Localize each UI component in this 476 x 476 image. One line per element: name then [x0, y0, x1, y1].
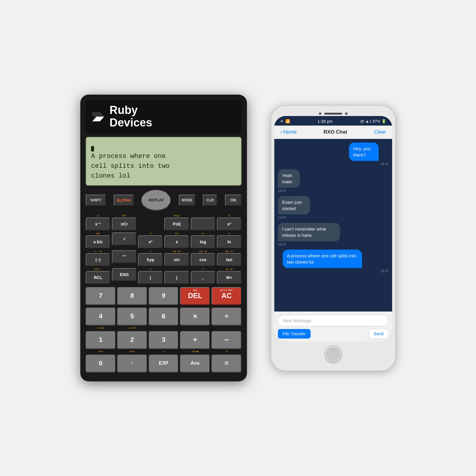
- btn-exp[interactable]: EXP: [149, 355, 179, 372]
- btn-plus[interactable]: +: [180, 331, 210, 349]
- status-right: @ ▲1 97% 🔋: [360, 119, 386, 123]
- btn-ac[interactable]: DT CL OFF AC: [212, 287, 242, 305]
- btn-xcubed[interactable]: x³: [217, 217, 242, 231]
- battery-pct: 97%: [372, 119, 380, 123]
- label-e: e: [228, 232, 230, 235]
- btn-7[interactable]: 7: [86, 287, 116, 305]
- btn-equals[interactable]: =: [212, 355, 242, 372]
- replay-button[interactable]: REPLAY: [141, 190, 171, 211]
- btn-empty2[interactable]: [191, 217, 215, 231]
- file-transfer-button[interactable]: File Transfer: [278, 329, 311, 339]
- btn-cos[interactable]: cos: [191, 253, 215, 266]
- label-ssum: S-SUM: [86, 327, 116, 329]
- btn-ans[interactable]: Ans: [180, 355, 210, 372]
- btn-0[interactable]: 0: [86, 355, 116, 372]
- btn-degrees[interactable]: °′″: [112, 250, 137, 263]
- scene: Ruby Devices A process where one cell sp…: [0, 0, 476, 476]
- mode-button[interactable]: MODE: [179, 195, 195, 206]
- btn-xsq[interactable]: x²: [138, 235, 163, 248]
- label-sinD: sin⁻¹D: [173, 250, 181, 253]
- label-ex: eˣ: [202, 232, 204, 235]
- nav-title: RXO Chat: [324, 129, 347, 135]
- btn-mult[interactable]: ×: [180, 308, 210, 325]
- calc-top-row: SHIFT ALPHA REPLAY MODE CLR ON: [86, 190, 242, 211]
- calc-display: A process where one cell splits into two…: [86, 137, 242, 186]
- label-tanF: tan⁻¹F: [225, 250, 233, 253]
- btn-eng[interactable]: ENG: [112, 268, 137, 281]
- msg-0-time: 13:37: [349, 162, 389, 166]
- label-cbrt2: ³√: [149, 232, 152, 235]
- btn-del[interactable]: INS DEL: [180, 287, 210, 305]
- new-message-placeholder: New Message: [283, 318, 311, 323]
- btn-5[interactable]: 5: [117, 308, 147, 325]
- btn-dot[interactable]: ·: [117, 355, 147, 372]
- btn-sqrt[interactable]: √: [112, 232, 137, 245]
- new-message-field[interactable]: New Message: [278, 315, 389, 326]
- airplane-icon: ✈: [280, 119, 284, 123]
- msg-0-bubble: Hey, you there?: [349, 143, 379, 161]
- btn-ln[interactable]: ln: [217, 235, 242, 248]
- phone-screen: ✈ 📶 1:38 pm @ ▲1 97% 🔋 ‹ Home: [274, 116, 392, 342]
- btn-2[interactable]: 2: [117, 331, 147, 349]
- btn-pol[interactable]: Pol(: [164, 217, 189, 231]
- msg-0-container: Hey, you there? 13:37: [349, 143, 389, 166]
- calc-buttons: SHIFT ALPHA REPLAY MODE CLR ON x! x⁻¹ nP…: [86, 190, 242, 372]
- label-dc: d/c: [96, 232, 100, 235]
- shift-button[interactable]: SHIFT: [86, 195, 106, 206]
- btn-minus[interactable]: −: [212, 331, 242, 349]
- chevron-left-icon: ‹: [280, 129, 282, 135]
- btn-minus-paren[interactable]: (−): [86, 253, 110, 266]
- btn-lparen[interactable]: (: [138, 271, 163, 284]
- display-line2: cell splits into two: [91, 162, 170, 170]
- status-time: 1:38 pm: [318, 119, 333, 124]
- btn-xinv[interactable]: x⁻¹: [86, 217, 110, 231]
- msg-1-container: Yeah mate 13:37: [278, 169, 307, 192]
- brand-name: Ruby Devices: [109, 104, 152, 129]
- btn-hat[interactable]: ∧: [164, 235, 189, 248]
- btn-6[interactable]: 6: [149, 308, 179, 325]
- label-ran: Ran#: [117, 350, 147, 353]
- clr-button[interactable]: CLR: [203, 195, 217, 206]
- brand-bar: Ruby Devices: [86, 100, 242, 133]
- function-grid: x! x⁻¹ nPr nCr Rec( Pol( :: [86, 214, 242, 284]
- label-sto: STO ←: [94, 268, 103, 271]
- btn-sin[interactable]: sin: [164, 253, 189, 266]
- wifi-icon: 📶: [285, 119, 290, 123]
- home-button[interactable]: [325, 345, 342, 363]
- label-cbrt: ³√: [228, 214, 230, 217]
- msg-3-time: 13:37: [278, 242, 361, 246]
- btn-rcl[interactable]: RCL: [86, 271, 110, 284]
- back-label: Home: [283, 129, 297, 135]
- chat-input-actions: File Transfer Send: [278, 329, 389, 339]
- btn-ncr[interactable]: nCr: [112, 217, 137, 231]
- btn-hyp[interactable]: hyp: [138, 253, 163, 266]
- btn-abc[interactable]: a b/c: [86, 235, 110, 248]
- btn-4[interactable]: 4: [86, 308, 116, 325]
- send-button[interactable]: Send: [369, 329, 389, 339]
- btn-log[interactable]: log: [191, 235, 215, 248]
- msg-2-time: 13:37: [278, 216, 321, 219]
- btn-9[interactable]: 9: [149, 287, 179, 305]
- status-left: ✈ 📶: [280, 119, 290, 123]
- sub-row-3: Rnd Ran# π DRG▶ %: [86, 350, 242, 353]
- display-line3: clones lol: [91, 172, 130, 180]
- btn-tan[interactable]: tan: [217, 253, 242, 266]
- btn-mplus[interactable]: M+: [217, 271, 242, 284]
- btn-8[interactable]: 8: [117, 287, 147, 305]
- btn-comma[interactable]: ,: [191, 271, 215, 284]
- btn-1[interactable]: 1: [86, 331, 116, 349]
- btn-div[interactable]: ÷: [212, 308, 242, 325]
- back-button[interactable]: ‹ Home: [280, 129, 297, 135]
- status-bar: ✈ 📶 1:38 pm @ ▲1 97% 🔋: [274, 116, 392, 126]
- display-cursor: [91, 146, 94, 151]
- display-line1: A process where one: [91, 153, 166, 160]
- alpha-button[interactable]: ALPHA: [114, 195, 134, 206]
- label-cosE: cos⁻¹E: [199, 250, 207, 253]
- chat-area: Hey, you there? 13:37 Yeah mate 13:37 Ex…: [274, 139, 392, 311]
- btn-3[interactable]: 3: [149, 331, 179, 349]
- msg-4-time: 13:37: [283, 269, 389, 273]
- btn-rparen[interactable]: ): [164, 271, 189, 284]
- on-button[interactable]: ON: [225, 195, 242, 206]
- clear-button[interactable]: Clear: [374, 129, 386, 135]
- label-X: X: [150, 268, 151, 271]
